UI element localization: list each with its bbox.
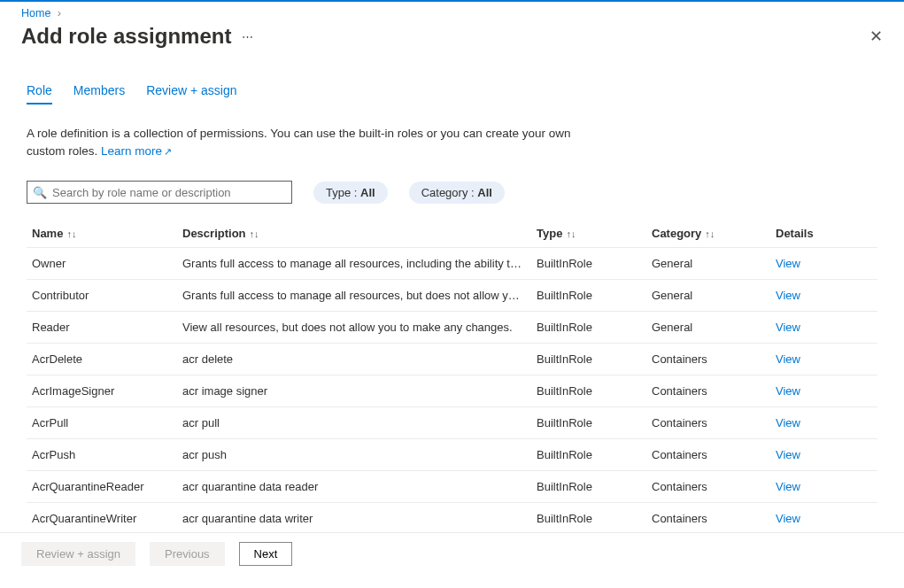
cell-type: BuiltInRole: [531, 439, 646, 471]
external-link-icon: ↗: [164, 146, 172, 157]
filter-category-pill[interactable]: Category : All: [409, 182, 505, 204]
roles-table: Name↑↓ Description↑↓ Type↑↓ Category↑↓ D…: [27, 220, 877, 532]
cell-name: AcrQuarantineReader: [27, 471, 177, 503]
table-row[interactable]: AcrQuarantineReaderacr quarantine data r…: [27, 471, 877, 503]
table-row[interactable]: ReaderView all resources, but does not a…: [27, 312, 877, 344]
view-link[interactable]: View: [776, 416, 800, 429]
page-title: Add role assignment: [21, 24, 231, 49]
table-row[interactable]: AcrPullacr pullBuiltInRoleContainersView: [27, 407, 877, 439]
cell-name: AcrDelete: [27, 344, 177, 375]
cell-category: Containers: [646, 407, 770, 439]
cell-category: General: [646, 312, 770, 344]
table-row[interactable]: AcrDeleteacr deleteBuiltInRoleContainers…: [27, 344, 877, 375]
cell-category: Containers: [646, 344, 770, 375]
filter-type-pill[interactable]: Type : All: [313, 182, 388, 204]
cell-type: BuiltInRole: [531, 248, 646, 280]
col-header-name[interactable]: Name↑↓: [27, 220, 177, 248]
previous-button: Previous: [150, 542, 225, 566]
cell-details: View: [770, 503, 877, 532]
col-det-label: Details: [776, 227, 814, 240]
cell-category: General: [646, 280, 770, 312]
cell-category: Containers: [646, 471, 770, 503]
col-header-type[interactable]: Type↑↓: [531, 220, 646, 248]
table-row[interactable]: AcrQuarantineWriteracr quarantine data w…: [27, 503, 877, 532]
view-link[interactable]: View: [776, 480, 800, 493]
col-desc-label: Description: [182, 227, 246, 240]
col-header-category[interactable]: Category↑↓: [646, 220, 770, 248]
view-link[interactable]: View: [776, 512, 800, 525]
view-link[interactable]: View: [776, 448, 800, 461]
cell-type: BuiltInRole: [531, 312, 646, 344]
cell-details: View: [770, 344, 877, 375]
close-icon[interactable]: ✕: [869, 23, 883, 50]
cell-name: AcrQuarantineWriter: [27, 503, 177, 532]
tabs: Role Members Review + assign: [27, 78, 877, 105]
cell-description: acr pull: [177, 407, 531, 439]
col-type-label: Type: [537, 227, 562, 240]
cell-type: BuiltInRole: [531, 407, 646, 439]
cell-name: Contributor: [27, 280, 177, 312]
sort-icon: ↑↓: [66, 228, 76, 239]
title-row: Add role assignment ⋯ ✕: [0, 19, 904, 57]
cell-name: Owner: [27, 248, 177, 280]
cell-description: acr delete: [177, 344, 531, 375]
view-link[interactable]: View: [776, 257, 800, 270]
cell-description: Grants full access to manage all resourc…: [177, 248, 531, 280]
table-row[interactable]: AcrImageSigneracr image signerBuiltInRol…: [27, 375, 877, 407]
cell-details: View: [770, 375, 877, 407]
cell-description: acr quarantine data reader: [177, 471, 531, 503]
more-icon[interactable]: ⋯: [242, 30, 254, 43]
cell-details: View: [770, 248, 877, 280]
cell-description: acr image signer: [177, 375, 531, 407]
table-row[interactable]: ContributorGrants full access to manage …: [27, 280, 877, 312]
bottom-bar: Review + assign Previous Next: [0, 532, 904, 575]
cell-type: BuiltInRole: [531, 280, 646, 312]
description-text: A role definition is a collection of per…: [27, 125, 576, 159]
sort-icon: ↑↓: [566, 228, 576, 239]
content-scroll[interactable]: Role Members Review + assign A role defi…: [0, 57, 904, 532]
cell-details: View: [770, 471, 877, 503]
sort-icon: ↑↓: [705, 228, 715, 239]
learn-more-link[interactable]: Learn more↗: [101, 144, 172, 158]
cell-description: acr push: [177, 439, 531, 471]
cell-details: View: [770, 280, 877, 312]
cell-description: Grants full access to manage all resourc…: [177, 280, 531, 312]
col-header-details: Details: [770, 220, 877, 248]
horizontal-scrollbar[interactable]: [0, 575, 904, 586]
filter-type-label: Type :: [326, 186, 360, 199]
cell-category: General: [646, 248, 770, 280]
tab-members[interactable]: Members: [73, 78, 125, 104]
search-input-wrapper[interactable]: 🔍: [27, 181, 292, 204]
filter-type-value: All: [360, 186, 375, 199]
cell-type: BuiltInRole: [531, 503, 646, 532]
search-icon: 🔍: [33, 186, 47, 199]
cell-details: View: [770, 407, 877, 439]
cell-description: acr quarantine data writer: [177, 503, 531, 532]
panel: Home › Add role assignment ⋯ ✕ Role Memb…: [0, 0, 904, 586]
col-header-description[interactable]: Description↑↓: [177, 220, 531, 248]
cell-type: BuiltInRole: [531, 375, 646, 407]
sort-icon: ↑↓: [250, 228, 259, 239]
next-button[interactable]: Next: [239, 542, 293, 566]
cell-type: BuiltInRole: [531, 344, 646, 375]
tab-review[interactable]: Review + assign: [146, 78, 236, 104]
tab-role[interactable]: Role: [27, 78, 52, 104]
cell-description: View all resources, but does not allow y…: [177, 312, 531, 344]
cell-details: View: [770, 312, 877, 344]
search-input[interactable]: [52, 186, 286, 199]
cell-type: BuiltInRole: [531, 471, 646, 503]
breadcrumb: Home ›: [0, 2, 904, 19]
breadcrumb-home-link[interactable]: Home: [21, 7, 50, 19]
view-link[interactable]: View: [776, 289, 800, 302]
view-link[interactable]: View: [776, 321, 800, 334]
col-cat-label: Category: [652, 227, 701, 240]
view-link[interactable]: View: [776, 384, 800, 398]
cell-name: Reader: [27, 312, 177, 344]
learn-more-label: Learn more: [101, 144, 162, 158]
filter-category-label: Category :: [421, 186, 478, 199]
view-link[interactable]: View: [776, 352, 800, 366]
table-row[interactable]: AcrPushacr pushBuiltInRoleContainersView: [27, 439, 877, 471]
review-assign-button: Review + assign: [21, 542, 135, 566]
cell-category: Containers: [646, 503, 770, 532]
table-row[interactable]: OwnerGrants full access to manage all re…: [27, 248, 877, 280]
